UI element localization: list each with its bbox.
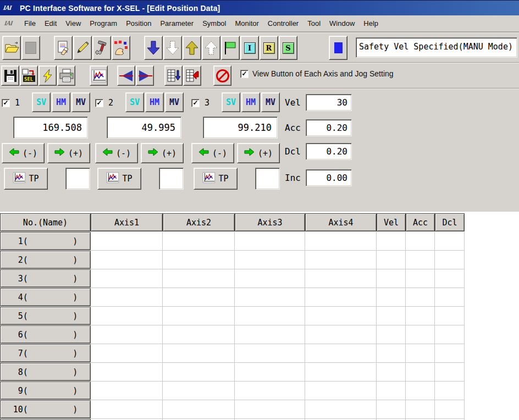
- axis-2-enable-checkbox[interactable]: ✓2: [95, 98, 113, 108]
- menu-item-parameter[interactable]: Parameter: [156, 17, 198, 30]
- table-cell[interactable]: [163, 344, 235, 363]
- table-cell[interactable]: [377, 307, 406, 325]
- axis-3-hm-button[interactable]: HM: [241, 92, 260, 112]
- table-cell[interactable]: [435, 344, 465, 363]
- table-cell[interactable]: [305, 325, 377, 344]
- vel-field[interactable]: 30: [306, 94, 352, 111]
- table-cell[interactable]: [305, 288, 377, 307]
- table-cell[interactable]: [235, 400, 305, 419]
- row-header-4[interactable]: 4( ): [0, 288, 91, 306]
- table-cell[interactable]: [235, 232, 305, 251]
- blue-square-button[interactable]: [329, 36, 347, 60]
- flash-button[interactable]: [38, 65, 57, 86]
- table-cell[interactable]: [406, 363, 435, 382]
- table-cell[interactable]: [91, 269, 163, 288]
- column-header-axis2[interactable]: Axis2: [163, 213, 235, 231]
- tools-button[interactable]: [92, 36, 111, 60]
- axis-3-jog-plus-button[interactable]: (+): [237, 143, 280, 163]
- column-header-vel[interactable]: Vel: [377, 213, 406, 231]
- table-write-button[interactable]: [164, 65, 183, 86]
- menu-item-window[interactable]: Window: [325, 17, 359, 30]
- table-cell[interactable]: [305, 232, 377, 251]
- table-cell[interactable]: [406, 251, 435, 269]
- table-cell[interactable]: [406, 307, 435, 325]
- table-cell[interactable]: [406, 288, 435, 307]
- column-header-noname[interactable]: No.(Name): [0, 213, 91, 231]
- table-cell[interactable]: [305, 382, 377, 400]
- axis-1-jog-plus-button[interactable]: (+): [47, 143, 90, 163]
- menu-item-symbol[interactable]: Symbol: [198, 17, 230, 30]
- table-cell[interactable]: [163, 288, 235, 307]
- table-cell[interactable]: [305, 344, 377, 363]
- table-cell[interactable]: [305, 400, 377, 419]
- table-cell[interactable]: [163, 400, 235, 419]
- row-header-8[interactable]: 8( ): [0, 363, 91, 381]
- table-cell[interactable]: [305, 251, 377, 269]
- table-cell[interactable]: [91, 288, 163, 307]
- table-cell[interactable]: [305, 307, 377, 325]
- table-cell[interactable]: [406, 400, 435, 419]
- table-cell[interactable]: [163, 382, 235, 400]
- table-cell[interactable]: [377, 344, 406, 363]
- save-floppy-button[interactable]: [1, 65, 19, 86]
- column-header-axis4[interactable]: Axis4: [305, 213, 377, 231]
- table-cell[interactable]: [91, 325, 163, 344]
- axis-1-sv-button[interactable]: SV: [32, 92, 51, 112]
- table-cell[interactable]: [435, 325, 465, 344]
- row-header-9[interactable]: 9( ): [0, 382, 91, 400]
- acc-field[interactable]: 0.20: [306, 119, 352, 136]
- table-cell[interactable]: [377, 400, 406, 419]
- flag-button[interactable]: [221, 36, 240, 60]
- child-window-icon[interactable]: IAI: [4, 19, 17, 27]
- axis-1-tp-button[interactable]: TP: [4, 168, 48, 190]
- table-cell[interactable]: [163, 269, 235, 288]
- table-cell[interactable]: [235, 269, 305, 288]
- pen-button[interactable]: [73, 36, 92, 60]
- table-cell[interactable]: [406, 382, 435, 400]
- axis-right-button[interactable]: [136, 65, 154, 86]
- axis-2-position-field[interactable]: 49.995: [107, 117, 181, 139]
- table-cell[interactable]: [377, 269, 406, 288]
- table-cell[interactable]: [163, 251, 235, 269]
- table-cell[interactable]: [435, 400, 465, 419]
- menu-item-tool[interactable]: Tool: [303, 17, 325, 30]
- table-cell[interactable]: [377, 363, 406, 382]
- axis-left-button[interactable]: [117, 65, 135, 86]
- axis-3-enable-checkbox[interactable]: ✓3: [191, 98, 209, 108]
- table-cell[interactable]: [377, 382, 406, 400]
- row-header-3[interactable]: 3( ): [0, 269, 91, 288]
- axis-1-tp-field[interactable]: [65, 168, 90, 190]
- menu-item-controller[interactable]: Controller: [263, 17, 303, 30]
- axis-3-position-field[interactable]: 99.210: [203, 117, 278, 139]
- menu-item-position[interactable]: Position: [122, 17, 156, 30]
- table-cell[interactable]: [435, 288, 465, 307]
- table-cell[interactable]: [235, 325, 305, 344]
- row-header-6[interactable]: 6( ): [0, 325, 91, 344]
- table-cell[interactable]: [235, 382, 305, 400]
- axis-2-tp-button[interactable]: TP: [97, 168, 141, 190]
- sel-transfer-button[interactable]: SEL: [20, 65, 38, 86]
- table-cell[interactable]: [91, 307, 163, 325]
- arrow-up-yellow-button[interactable]: [183, 36, 201, 60]
- table-cell[interactable]: [435, 269, 465, 288]
- axis-3-mv-button[interactable]: MV: [261, 92, 280, 112]
- dcl-field[interactable]: 0.20: [306, 143, 352, 160]
- axis-2-tp-field[interactable]: [159, 168, 184, 190]
- table-cell[interactable]: [235, 251, 305, 269]
- row-header-5[interactable]: 5( ): [0, 307, 91, 325]
- axis-3-tp-button[interactable]: TP: [194, 168, 238, 190]
- axis-3-jog-minus-button[interactable]: (-): [191, 143, 234, 163]
- axis-1-enable-checkbox[interactable]: ✓1: [2, 98, 20, 108]
- table-cell[interactable]: [91, 251, 163, 269]
- table-cell[interactable]: [435, 307, 465, 325]
- menu-item-edit[interactable]: Edit: [40, 17, 61, 30]
- table-read-button[interactable]: [183, 65, 201, 86]
- column-header-dcl[interactable]: Dcl: [435, 213, 465, 231]
- axis-2-jog-plus-button[interactable]: (+): [141, 143, 184, 163]
- printer-button[interactable]: [57, 65, 75, 86]
- symbol-edit-button[interactable]: [112, 36, 130, 60]
- edit-position-button[interactable]: [54, 36, 73, 60]
- table-cell[interactable]: [406, 269, 435, 288]
- axis-3-tp-field[interactable]: [255, 168, 280, 190]
- axis-1-hm-button[interactable]: HM: [52, 92, 70, 112]
